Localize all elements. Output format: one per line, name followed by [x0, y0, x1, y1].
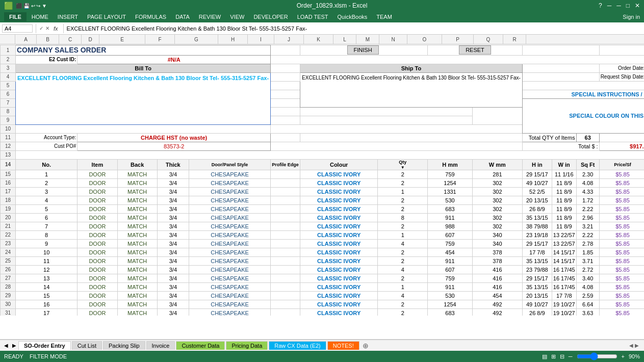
menu-view[interactable]: VIEW: [226, 12, 248, 21]
formula-bar: ✓ ✕ fx EXCELLENT FLOORING Excellent Floo…: [0, 22, 644, 35]
data-row-4: 18 4 DOOR MATCH 3/4 CHESAPEAKE CLASSIC I…: [1, 196, 645, 204]
ship-to-address[interactable]: EXCELLENT FLOORING Excellent Flooring Ki…: [300, 72, 523, 107]
total-dollar: $917.19: [599, 142, 644, 150]
maximize-btn[interactable]: □: [626, 2, 630, 9]
request-ship-label: Request Ship Date:: [599, 72, 644, 81]
row-num-8: 8: [1, 107, 16, 116]
header-colour: Colour: [300, 159, 378, 170]
row-12: 12 Cust PO# 83573-2 Total $ : $917.19: [1, 142, 645, 150]
column-headers: A B C D E F G H I J K L M N O P Q R: [0, 35, 644, 44]
col-N-header[interactable]: N: [379, 35, 407, 44]
spreadsheet-grid: 1 COMPANY SALES ORDER FINISH RESET SO 10…: [0, 44, 644, 316]
row-3: 3 Bill To Ship To Order Date: SEPT-19-14…: [1, 64, 645, 72]
col-D-header[interactable]: D: [82, 35, 99, 44]
account-type-value[interactable]: CHARGE HST (no waste): [78, 133, 271, 142]
header-door-panel: Door/Panel Style: [189, 159, 270, 170]
header-hin: H in: [522, 159, 552, 170]
company-title[interactable]: COMPANY SALES ORDER: [16, 45, 271, 55]
col-J-header[interactable]: J: [274, 35, 304, 44]
so-label: SO: [599, 45, 644, 55]
window-title: Order_10829.xlsm - Excel: [65, 2, 599, 9]
data-row-12: 26 12 DOOR MATCH 3/4 CHESAPEAKE CLASSIC …: [1, 265, 645, 274]
help-btn[interactable]: ?: [599, 2, 602, 9]
data-row-11: 25 11 DOOR MATCH 3/4 CHESAPEAKE CLASSIC …: [1, 256, 645, 265]
cell-reference[interactable]: [2, 24, 33, 33]
menu-formulas[interactable]: FORMULAS: [131, 12, 170, 21]
fx-label: fx: [54, 25, 58, 32]
col-G-header[interactable]: G: [175, 35, 218, 44]
col-Q-header[interactable]: Q: [474, 35, 503, 44]
menu-review[interactable]: REVIEW: [195, 12, 225, 21]
col-K-header[interactable]: K: [304, 35, 333, 44]
data-row-8: 22 8 DOOR MATCH 3/4 CHESAPEAKE CLASSIC I…: [1, 230, 645, 239]
col-H-header[interactable]: H: [218, 35, 248, 44]
row-num-9: 9: [1, 116, 16, 124]
order-date-label: Order Date:: [599, 64, 644, 72]
menu-developer[interactable]: DEVELOPER: [249, 12, 292, 21]
menu-insert[interactable]: INSERT: [54, 12, 82, 21]
header-qty: Qty▼: [378, 159, 428, 170]
finish-button[interactable]: FINISH: [347, 45, 379, 55]
bill-to-address[interactable]: EXCELLENT FLOORING Excellent Flooring Ki…: [16, 72, 271, 124]
col-B-header[interactable]: B: [37, 35, 59, 44]
row-num-5: 5: [1, 81, 16, 90]
row-num-10: 10: [1, 124, 16, 133]
row-num-6: 6: [1, 90, 16, 98]
row-11: 11 Account Type: CHARGE HST (no waste) T…: [1, 133, 645, 142]
close-btn[interactable]: ✕: [635, 2, 640, 9]
row-10: 10 Account Type: [1, 124, 645, 133]
row-num-14: 14: [1, 159, 16, 170]
menu-quickbooks[interactable]: QuickBooks: [333, 12, 372, 21]
col-F-header[interactable]: F: [145, 35, 175, 44]
menu-home[interactable]: HOME: [28, 12, 53, 21]
row-num-3: 3: [1, 64, 16, 72]
row-2: 2 E2 Cust ID: #N/A: [1, 55, 645, 64]
data-row-16: 30 16 DOOR MATCH 3/4 CHESAPEAKE CLASSIC …: [1, 300, 645, 308]
data-row-7: 21 7 DOOR MATCH 3/4 CHESAPEAKE CLASSIC I…: [1, 222, 645, 230]
row-4: 4 EXCELLENT FLOORING Excellent Flooring …: [1, 72, 645, 81]
menu-data[interactable]: DATA: [171, 12, 194, 21]
e2-cust-value[interactable]: #N/A: [78, 55, 271, 64]
col-O-header[interactable]: O: [407, 35, 442, 44]
header-sqft: Sq Ft: [576, 159, 599, 170]
minimize-btn[interactable]: ─: [616, 2, 621, 9]
cust-po-value[interactable]: 83573-2: [78, 142, 271, 150]
data-row-13: 27 13 DOOR MATCH 3/4 CHESAPEAKE CLASSIC …: [1, 274, 645, 282]
ship-to-header: Ship To: [300, 64, 523, 72]
menu-page-layout[interactable]: PAGE LAYOUT: [83, 12, 130, 21]
e2-cust-label: E2 Cust ID:: [16, 55, 78, 64]
formula-content: EXCELLENT FLOORING Excellent Flooring Ki…: [67, 25, 642, 32]
header-pricesf: Price/Sf: [599, 159, 644, 170]
data-row-17: 31 17 DOOR MATCH 3/4 CHESAPEAKE CLASSIC …: [1, 308, 645, 316]
data-row-1: 15 1 DOOR MATCH 3/4 CHESAPEAKE CLASSIC I…: [1, 170, 645, 178]
menu-team[interactable]: TEAM: [372, 12, 396, 21]
col-L-header[interactable]: L: [333, 35, 356, 44]
data-row-9: 23 9 DOOR MATCH 3/4 CHESAPEAKE CLASSIC I…: [1, 239, 645, 248]
row-num-12: 12: [1, 142, 16, 150]
col-I-header[interactable]: I: [248, 35, 274, 44]
col-P-header[interactable]: P: [442, 35, 474, 44]
row-1: 1 COMPANY SALES ORDER FINISH RESET SO 10…: [1, 45, 645, 55]
col-E-header[interactable]: E: [99, 35, 145, 44]
reset-button[interactable]: RESET: [459, 45, 491, 55]
col-R-header[interactable]: R: [503, 35, 526, 44]
bill-to-header: Bill To: [16, 64, 271, 72]
col-C-header[interactable]: C: [59, 35, 82, 44]
sign-in-btn[interactable]: Sign in: [623, 14, 640, 20]
data-row-5: 19 5 DOOR MATCH 3/4 CHESAPEAKE CLASSIC I…: [1, 204, 645, 213]
data-row-10: 24 10 DOOR MATCH 3/4 CHESAPEAKE CLASSIC …: [1, 248, 645, 256]
header-hmm: H mm: [428, 159, 473, 170]
total-qty-label: Total QTY of Items: [522, 133, 576, 142]
special-instructions-header: SPECIAL INSTRUCTIONS / NOTES: [522, 90, 644, 98]
col-A-header[interactable]: A: [15, 35, 37, 44]
col-M-header[interactable]: M: [356, 35, 379, 44]
corner-cell: [0, 35, 15, 44]
row-13: 13: [1, 150, 645, 159]
total-dollar-label: Total $ :: [522, 142, 599, 150]
row-num-7: 7: [1, 98, 16, 107]
row-num-2: 2: [1, 55, 16, 64]
file-menu[interactable]: FILE: [4, 12, 27, 21]
row-num-4: 4: [1, 72, 16, 81]
menu-load-test[interactable]: LOAD TEST: [293, 12, 332, 21]
header-wmm: W mm: [472, 159, 522, 170]
